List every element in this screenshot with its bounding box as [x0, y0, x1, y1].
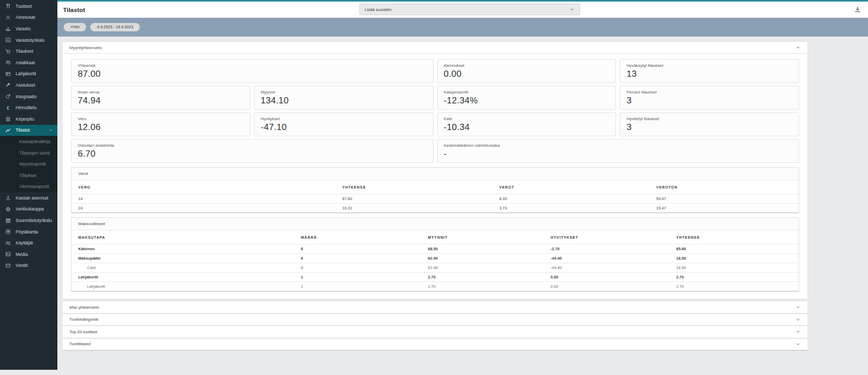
sidebar-subitem-label: Myyntiraportti	[19, 161, 46, 167]
column-header: YHTEENSÄ	[342, 185, 499, 189]
taxes-table: Verot VERO YHTEENSÄ VEROT VEROTON 14 67.…	[71, 167, 799, 213]
sidebar-item-label: Ainesosat	[16, 15, 35, 20]
sidebar-item-label: Kassan asennus	[16, 195, 49, 201]
cell: Lahjakortti	[78, 284, 301, 289]
add-filter-dropdown[interactable]: Lisää suodatin	[359, 4, 580, 15]
cell: 6	[301, 265, 428, 270]
sidebar-item-asetukset[interactable]: Asetukset	[0, 79, 57, 91]
column-header: YHTEENSÄ	[676, 236, 792, 239]
content-area: Myyntiyhteenveto Yhteensä 87.00 Alennuks…	[57, 37, 868, 350]
sidebar-item-integraatio[interactable]: Integraatio	[0, 91, 57, 102]
cell: -2.70	[551, 247, 677, 251]
sidebar-item-tilaukset[interactable]: Tilaukset	[0, 45, 57, 57]
cell: 6	[301, 256, 428, 261]
cell: 0.00	[551, 275, 677, 279]
column-header: VEROT	[499, 185, 656, 189]
sidebar-item-lahjakortit[interactable]: Lahjakortit	[0, 68, 57, 80]
filter-chip-daterange[interactable]: 4.9.2023 - 15.9.2023	[90, 23, 140, 32]
cell: 15.47	[656, 206, 792, 210]
cell: Käteinen	[78, 247, 301, 251]
accordion-tuotekategoriat[interactable]: Tuotekategoriat	[63, 314, 807, 326]
sidebar-item-ainesosat[interactable]: Ainesosat	[0, 12, 57, 24]
cell: 1	[301, 275, 428, 279]
sidebar-subitem-label: Tilastojen vienti	[19, 150, 50, 156]
sidebar-item-label: Käyttäjät	[16, 240, 33, 245]
accordion-muu-yhteenveto[interactable]: Muu yhteenveto	[63, 301, 807, 314]
accordion-label: Tuotekategoriat	[69, 317, 98, 322]
sidebar-item-hinnoittelu[interactable]: Hinnoittelu	[0, 102, 57, 113]
kpi-label: Yhteensä	[78, 63, 427, 68]
sidebar-subitem-kassapaivakirja[interactable]: Kassapäiväkirja	[0, 136, 57, 147]
topbar: Tilastot Lisää suodatin	[57, 2, 868, 18]
kpi-value: 3	[626, 96, 792, 106]
kpi-card-hyvitykset: Hyvitykset -47.10	[254, 112, 433, 136]
chevron-down-icon	[795, 317, 801, 322]
accordion-tuntitilastot[interactable]: Tuntitilastot	[63, 338, 807, 351]
kpi-label: Hyvitetyt tilaukset	[626, 116, 792, 121]
sidebar-item-verkkokauppa[interactable]: Verkkokauppa	[0, 204, 57, 215]
sidebar-item-asiakkaat[interactable]: Asiakkaat	[0, 57, 57, 68]
kpi-card-ostosten-keskihinta: Ostosten keskihinta 6.70	[71, 139, 433, 163]
cell: 18.50	[676, 256, 792, 261]
sidebar-item-viestit[interactable]: Viestit	[0, 260, 57, 272]
column-header: MAKSUTAPA	[78, 236, 301, 239]
sidebar-subitem-myyntiraportti[interactable]: Myyntiraportti	[0, 158, 57, 170]
kpi-label: Hyväksytyt tilaukset	[626, 63, 792, 68]
cell: 24	[78, 206, 342, 210]
sidebar-item-kirjanpito[interactable]: Kirjanpito	[0, 113, 57, 125]
sidebar-item-suunnittelutyokalu[interactable]: Suunnittelutyökalu	[0, 215, 57, 226]
sidebar-submenu-tilastot: Kassapäiväkirja Tilastojen vienti Myynti…	[0, 136, 57, 192]
kpi-value: -47.10	[261, 122, 427, 133]
column-header: VERO	[78, 185, 342, 189]
cell: 2.70	[428, 275, 550, 279]
sidebar-item-label: Integraatio	[16, 94, 37, 99]
bank-icon	[5, 116, 11, 122]
sidebar-item-label: Kirjanpito	[16, 116, 34, 122]
kpi-label: Vero	[78, 116, 244, 121]
kpi-value: -	[444, 149, 793, 159]
sidebar-subitem-alennusraportti[interactable]: Alennusraportti	[0, 181, 57, 193]
sidebar-item-tilastot[interactable]: Tilastot	[0, 125, 57, 136]
column-header: MÄÄRÄ	[301, 236, 428, 239]
sidebar-item-varastotyokalu[interactable]: Varastotyökalu	[0, 34, 57, 46]
cell: 68.50	[428, 247, 550, 251]
sidebar-item-tuotteet[interactable]: Tuotteet	[0, 1, 57, 12]
kpi-card-kate: Kate -10.34	[437, 112, 617, 136]
add-filter-dropdown-label: Lisää suodatin	[365, 7, 392, 12]
payment-methods-table-title: Maksuvälineet	[71, 218, 799, 230]
sidebar-item-media[interactable]: Media	[0, 249, 57, 260]
download-icon	[5, 195, 11, 201]
taxes-table-header-row: VERO YHTEENSÄ VEROT VEROTON	[71, 180, 799, 194]
kpi-value: 6.70	[78, 149, 427, 159]
sidebar-item-kassan-asennus[interactable]: Kassan asennus	[0, 192, 57, 204]
accordion-top-20-tuotteet[interactable]: Top 20-tuotteet	[63, 326, 807, 338]
sidebar-subitem-tilitykset[interactable]: Tilitykset	[0, 170, 57, 181]
sidebar-subitem-tilastojen-vienti[interactable]: Tilastojen vienti	[0, 147, 57, 159]
sales-summary-header[interactable]: Myyntiyhteenveto	[63, 42, 807, 54]
wrench-icon	[5, 82, 11, 88]
sales-summary-body: Yhteensä 87.00 Alennukset 0.00 Hyväksyty…	[63, 54, 807, 299]
sidebar-item-kayttajat[interactable]: Käyttäjät	[0, 237, 57, 249]
cell: 65.80	[676, 247, 792, 251]
sidebar-item-poytakartta[interactable]: Pöytäkartta	[0, 226, 57, 238]
sidebar-item-varasto[interactable]: Varasto	[0, 23, 57, 34]
filter-chip-yhtio[interactable]: Yhtiö	[64, 23, 86, 32]
chevron-down-icon	[795, 304, 801, 310]
kpi-value: 12.06	[78, 122, 244, 133]
cell: -44.40	[551, 256, 677, 261]
cell: 18.50	[676, 265, 792, 270]
kpi-card-alennukset: Alennukset 0.00	[437, 59, 617, 83]
gift-card-icon	[5, 71, 11, 77]
cell: 2.70	[676, 284, 792, 289]
kpi-value: -10.34	[444, 122, 610, 133]
kpi-card-vero: Vero 12.06	[71, 112, 250, 136]
kpi-label: Kateprosentti	[444, 90, 610, 95]
chart-box-icon	[5, 37, 11, 43]
kpi-label: Kate	[444, 116, 610, 121]
sidebar-item-label: Media	[16, 252, 28, 257]
export-download-button[interactable]	[854, 6, 861, 13]
chevron-down-icon	[795, 329, 801, 334]
table-row: Maksupääte 6 62.90 -44.40 18.50	[71, 253, 799, 263]
cell: 0.00	[551, 284, 677, 289]
mail-icon	[5, 263, 11, 268]
